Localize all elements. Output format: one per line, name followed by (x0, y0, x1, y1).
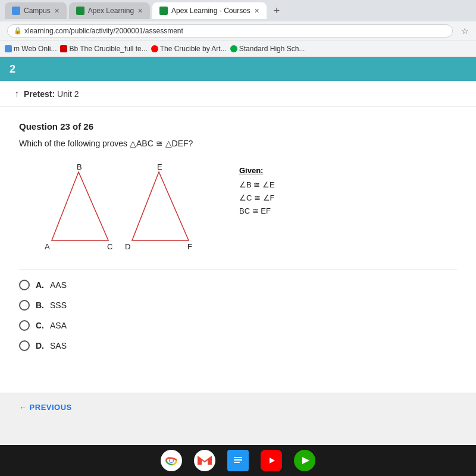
tab-apex-courses-label: Apex Learning - Courses (171, 7, 250, 15)
star-icon[interactable]: ☆ (461, 26, 469, 36)
svg-rect-13 (234, 459, 242, 461)
svg-marker-4 (132, 172, 189, 240)
answer-letter-d: D. (36, 341, 44, 350)
bookmark-standard[interactable]: Standard High Sch... (230, 45, 305, 53)
answer-letter-c: C. (36, 321, 44, 330)
svg-text:C: C (107, 242, 112, 251)
given-item-1: ∠B ≅ ∠E (239, 178, 275, 192)
taskbar (0, 445, 476, 476)
question-header: Question 23 of 26 (19, 121, 457, 131)
apex-number: 2 (10, 63, 15, 76)
nav-section: ← PREVIOUS (0, 393, 476, 421)
taskbar-youtube-icon[interactable] (261, 450, 282, 471)
svg-text:D: D (125, 242, 130, 251)
upload-icon: ↑ (14, 89, 19, 99)
svg-marker-0 (52, 172, 108, 240)
main-content: Question 23 of 26 Which of the following… (0, 107, 476, 393)
answer-letter-b: B. (36, 300, 44, 310)
taskbar-play-icon[interactable] (294, 450, 315, 471)
answer-choice-b[interactable]: B. SSS (19, 300, 457, 311)
bookmark-web-onli-label: m Web Onli... (14, 45, 57, 53)
pretest-strong: Pretest: (24, 89, 55, 99)
answer-text-d: SAS (50, 341, 67, 350)
given-title: Given: (239, 166, 275, 175)
answer-choice-a[interactable]: A. AAS (19, 280, 457, 290)
answer-text-b: SSS (50, 300, 67, 310)
given-box: Given: ∠B ≅ ∠E ∠C ≅ ∠F BC ≅ EF (239, 166, 275, 218)
apex-favicon (76, 7, 84, 15)
svg-text:B: B (77, 162, 82, 171)
given-item-3: BC ≅ EF (239, 205, 275, 218)
question-text: Which of the following proves △ABC ≅ △DE… (19, 139, 457, 148)
triangles-diagram: B A C E D F (19, 160, 221, 255)
svg-text:E: E (157, 162, 162, 171)
bookmark-favicon-2 (60, 45, 67, 52)
apex-header: 2 (0, 57, 476, 81)
svg-text:A: A (45, 242, 50, 251)
tab-campus-close[interactable]: ✕ (54, 7, 60, 15)
svg-rect-14 (234, 462, 240, 463)
bookmarks-bar: m Web Onli... Bb The Crucible_full te...… (0, 40, 476, 57)
bookmark-favicon-1 (5, 45, 12, 52)
campus-favicon (12, 7, 20, 15)
bookmark-standard-label: Standard High Sch... (239, 45, 305, 53)
bookmark-favicon-3 (151, 45, 158, 52)
bookmark-crucible-full-label: Bb The Crucible_full te... (69, 45, 147, 53)
bookmark-favicon-4 (230, 45, 237, 52)
taskbar-chrome-icon[interactable] (161, 450, 182, 471)
radio-d[interactable] (19, 340, 30, 351)
radio-b[interactable] (19, 300, 30, 311)
diagram-area: B A C E D F Given: ∠B ≅ ∠E ∠C ≅ ∠F BC ≅ … (19, 160, 457, 255)
answer-section: A. AAS B. SSS C. ASA D. SAS (19, 270, 457, 351)
answer-letter-a: A. (36, 280, 44, 290)
given-item-2: ∠C ≅ ∠F (239, 192, 275, 205)
bookmark-crucible-art-label: The Crucible by Art... (160, 45, 227, 53)
svg-text:F: F (187, 242, 192, 251)
tab-apex-close[interactable]: ✕ (137, 7, 143, 15)
previous-link[interactable]: ← PREVIOUS (19, 403, 457, 412)
apex-courses-favicon (159, 7, 168, 15)
radio-c[interactable] (19, 320, 30, 331)
answer-text-a: AAS (50, 280, 67, 290)
tab-campus-label: Campus (24, 7, 51, 15)
pretest-bar: ↑ Pretest: Unit 2 (0, 81, 476, 107)
bookmark-web-onli[interactable]: m Web Onli... (5, 45, 57, 53)
address-bar[interactable]: 🔒 xlearning.com/public/activity/2000001/… (7, 24, 453, 37)
lock-icon: 🔒 (14, 27, 22, 35)
tab-apex[interactable]: Apex Learning ✕ (69, 2, 150, 19)
pretest-label: Pretest: Unit 2 (24, 89, 79, 99)
address-text: xlearning.com/public/activity/2000001/as… (24, 27, 183, 35)
bookmark-crucible-art[interactable]: The Crucible by Art... (151, 45, 227, 53)
tab-apex-label: Apex Learning (88, 7, 134, 15)
svg-point-9 (170, 459, 173, 462)
taskbar-gmail-icon[interactable] (194, 450, 215, 471)
new-tab-button[interactable]: + (269, 2, 285, 19)
tab-campus[interactable]: Campus ✕ (5, 2, 67, 19)
answer-choice-c[interactable]: C. ASA (19, 320, 457, 331)
svg-rect-12 (234, 457, 242, 458)
bookmark-crucible-full[interactable]: Bb The Crucible_full te... (60, 45, 147, 53)
answer-text-c: ASA (50, 321, 67, 330)
radio-a[interactable] (19, 280, 30, 290)
tab-courses-close[interactable]: ✕ (254, 7, 259, 15)
answer-choice-d[interactable]: D. SAS (19, 340, 457, 351)
tab-apex-courses[interactable]: Apex Learning - Courses ✕ (152, 2, 267, 19)
taskbar-docs-icon[interactable] (227, 450, 249, 471)
pretest-unit: Unit 2 (57, 89, 79, 99)
browser-tab-bar: Campus ✕ Apex Learning ✕ Apex Learning -… (0, 0, 476, 21)
question-text-content: Which of the following proves △ABC ≅ △DE… (19, 139, 193, 148)
address-bar-row: 🔒 xlearning.com/public/activity/2000001/… (0, 21, 476, 40)
